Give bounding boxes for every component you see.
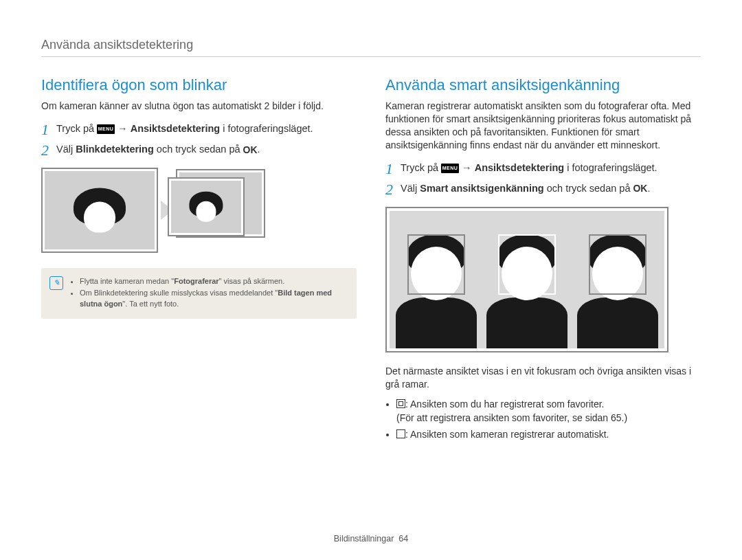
- left-intro: Om kameran känner av slutna ögon tas aut…: [41, 100, 357, 113]
- photo-frame: [41, 168, 158, 253]
- left-step-1: 1 Tryck på MENU → Ansiktsdetektering i f…: [41, 122, 357, 137]
- menu-icon: MENU: [441, 164, 459, 173]
- step-text: Tryck på MENU → Ansiktsdetektering i fot…: [56, 122, 313, 136]
- right-heading: Använda smart ansiktsigenkänning: [385, 76, 701, 94]
- left-heading: Identifiera ögon som blinkar: [41, 76, 357, 94]
- right-step-2: 2 Välj Smart ansiktsigenkänning och tryc…: [385, 182, 701, 197]
- blink-illustration: [41, 168, 357, 253]
- illustration-person: [391, 222, 482, 348]
- right-intro: Kameran registrerar automatiskt ansikten…: [385, 100, 701, 152]
- menu-icon: MENU: [97, 124, 115, 134]
- header-title: Använda ansiktsdetektering: [41, 38, 193, 52]
- note-icon: ✎: [49, 276, 63, 290]
- ok-icon: OK: [633, 182, 647, 195]
- favorite-frame-icon: [396, 399, 405, 408]
- step-number: 1: [41, 122, 56, 137]
- step-text: Tryck på MENU → Ansiktsdetektering i fot…: [401, 161, 657, 175]
- photo-frame: [168, 177, 245, 236]
- step-text: Välj Blinkdetektering och tryck sedan på…: [56, 143, 260, 157]
- right-caption: Det närmaste ansiktet visas i en vit fok…: [385, 365, 701, 392]
- illustration-person: [572, 222, 663, 348]
- left-step-2: 2 Välj Blinkdetektering och tryck sedan …: [41, 143, 357, 158]
- right-step-1: 1 Tryck på MENU → Ansiktsdetektering i f…: [385, 161, 701, 177]
- right-bullets: : Ansikten som du har registrerat som fa…: [385, 397, 701, 442]
- note-box: ✎ Flytta inte kameran medan "Fotografera…: [41, 268, 357, 319]
- bullet-item: : Ansikten som du har registrerat som fa…: [396, 397, 701, 425]
- auto-frame-icon: [396, 429, 405, 438]
- page-header: Använda ansiktsdetektering: [41, 38, 701, 57]
- illustration-person: [482, 222, 572, 348]
- faces-illustration: [385, 207, 668, 352]
- footer-page: 64: [398, 534, 408, 544]
- note-item: Om Blinkdetektering skulle misslyckas vi…: [80, 288, 347, 309]
- note-item: Flytta inte kameran medan "Fotograferar"…: [80, 276, 347, 287]
- step-text: Välj Smart ansiktsigenkänning och tryck …: [401, 182, 651, 196]
- ok-icon: OK: [243, 144, 258, 157]
- step-number: 2: [41, 143, 56, 158]
- left-column: Identifiera ögon som blinkar Om kameran …: [41, 76, 357, 445]
- step-number: 2: [385, 182, 401, 197]
- page-footer: Bildinställningar 64: [0, 534, 742, 544]
- step-number: 1: [385, 161, 401, 177]
- bullet-item: : Ansikten som kameran registrerar autom…: [396, 427, 701, 441]
- footer-section: Bildinställningar: [334, 534, 394, 544]
- right-column: Använda smart ansiktsigenkänning Kameran…: [385, 76, 701, 445]
